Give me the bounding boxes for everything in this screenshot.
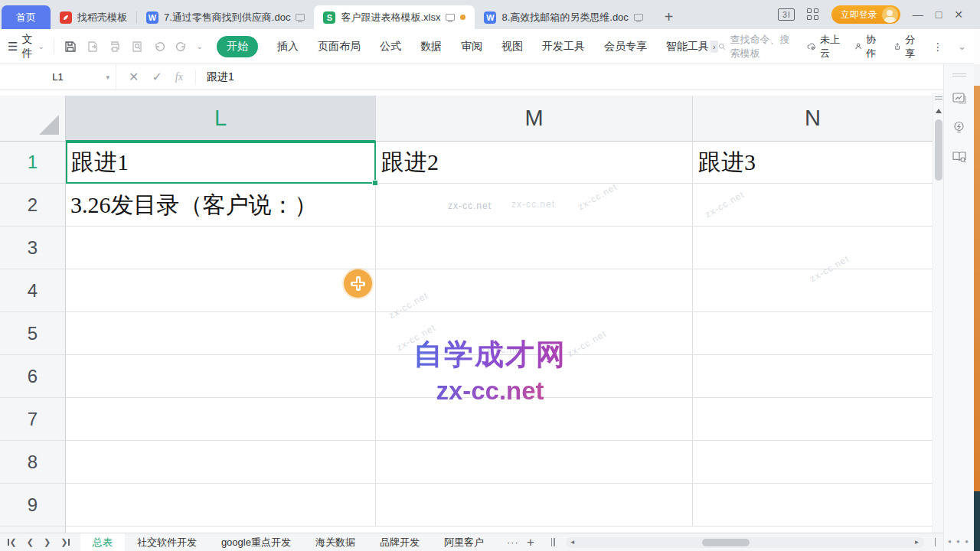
select-all-corner[interactable] — [0, 96, 66, 142]
window-count-icon[interactable]: 3 — [778, 8, 795, 21]
tab-home[interactable]: 开始 — [217, 36, 258, 57]
column-header-N[interactable]: N — [693, 96, 933, 142]
horizontal-scrollbar[interactable]: ◄ ► — [566, 537, 924, 548]
cell-N2[interactable] — [693, 184, 933, 227]
horizontal-scroll-thumb[interactable] — [702, 539, 750, 546]
cell-L7[interactable] — [66, 398, 376, 441]
prev-sheet-icon[interactable]: ❮ — [27, 537, 34, 547]
tab-data[interactable]: 数据 — [420, 40, 442, 54]
cell-N1[interactable]: 跟进3 — [693, 142, 933, 184]
cell-N5[interactable] — [693, 312, 933, 355]
cell-M6[interactable] — [376, 355, 693, 398]
next-sheet-icon[interactable]: ❯ — [44, 537, 51, 547]
sidebar-handle[interactable] — [952, 73, 966, 77]
scroll-right-icon[interactable]: ► — [910, 539, 924, 546]
sheet-tab-google[interactable]: google重点开发 — [209, 533, 303, 551]
undo-icon[interactable] — [152, 40, 166, 54]
cell-M7[interactable] — [376, 398, 693, 441]
row-header-10-partial[interactable] — [0, 527, 66, 533]
split-handle[interactable] — [935, 96, 942, 99]
vertical-scrollbar[interactable] — [933, 93, 943, 533]
cell-N3[interactable] — [693, 227, 933, 269]
sheet-tab-social[interactable]: 社交软件开发 — [125, 533, 209, 551]
tab-page-layout[interactable]: 页面布局 — [318, 40, 361, 54]
close-button[interactable]: ✕ — [954, 8, 963, 21]
row-header-7[interactable]: 7 — [0, 398, 66, 441]
reader-search-icon[interactable] — [952, 148, 967, 164]
cell-M2[interactable] — [376, 184, 693, 227]
cell-N7[interactable] — [693, 398, 933, 441]
cell-L5[interactable] — [66, 312, 376, 355]
toolbar-more-icon[interactable]: ⌄ — [197, 42, 203, 51]
cell-M9[interactable] — [376, 484, 693, 527]
minimize-button[interactable]: — — [913, 8, 923, 21]
insert-function-icon[interactable]: fx — [175, 71, 183, 83]
row-header-9[interactable]: 9 — [0, 484, 66, 527]
tab-docer-templates[interactable]: 找稻壳模板 — [51, 5, 136, 29]
cell-L8[interactable] — [66, 441, 376, 484]
row-header-8[interactable]: 8 — [0, 441, 66, 484]
cell-M3[interactable] — [376, 227, 693, 269]
redo-icon[interactable] — [175, 40, 188, 54]
confirm-icon[interactable]: ✓ — [152, 70, 162, 84]
tab-doc-8[interactable]: W 8.高效找邮箱的另类思维.doc — [475, 5, 652, 29]
tab-formulas[interactable]: 公式 — [380, 40, 401, 54]
tab-active-spreadsheet[interactable]: S 客户跟进表格模板.xlsx — [314, 5, 475, 29]
cell-L9[interactable] — [66, 484, 376, 527]
cell-L4[interactable] — [66, 269, 376, 312]
name-box[interactable]: L1 ▾ — [0, 64, 116, 90]
tab-split-handle[interactable] — [551, 538, 555, 546]
row-header-6[interactable]: 6 — [0, 355, 66, 398]
tab-developer[interactable]: 开发工具 — [542, 40, 585, 54]
cell-L6[interactable] — [66, 355, 376, 398]
cell-N4[interactable] — [693, 269, 933, 312]
sheet-tab-brand[interactable]: 品牌开发 — [368, 533, 432, 551]
tab-doc-7[interactable]: W 7.通过零售商找到供应商.doc — [137, 5, 314, 29]
row-header-3[interactable]: 3 — [0, 227, 66, 269]
tab-view[interactable]: 视图 — [501, 40, 523, 54]
cell-M1[interactable]: 跟进2 — [376, 142, 693, 184]
share-button[interactable]: 分享 — [893, 33, 919, 60]
command-search[interactable]: 查找命令、搜索模板 — [718, 33, 793, 60]
more-options-icon[interactable]: ⋮ — [933, 41, 944, 53]
cell-L3[interactable] — [66, 227, 376, 269]
sheet-tab-customs[interactable]: 海关数据 — [303, 533, 368, 551]
cell-N9[interactable] — [693, 484, 933, 527]
cell-N6[interactable] — [693, 355, 933, 398]
cell-M8[interactable] — [376, 441, 693, 484]
last-sheet-icon[interactable]: ❯ — [60, 537, 70, 547]
home-tab[interactable]: 首页 — [2, 5, 51, 29]
fill-handle[interactable] — [372, 180, 378, 186]
cell-N8[interactable] — [693, 441, 933, 484]
row-header-5[interactable]: 5 — [0, 312, 66, 355]
cancel-icon[interactable]: ✕ — [129, 70, 139, 84]
apps-grid-icon[interactable] — [807, 8, 819, 21]
vertical-scroll-thumb[interactable] — [935, 119, 942, 181]
export-icon[interactable] — [86, 40, 100, 54]
sheet-tab-ali[interactable]: 阿里客户 — [432, 533, 496, 551]
collaborate-button[interactable]: 协作 — [854, 33, 880, 60]
maximize-button[interactable]: □ — [936, 8, 942, 21]
save-icon[interactable] — [64, 40, 77, 54]
sheet-tab-main[interactable]: 总表 — [80, 533, 125, 551]
file-menu[interactable]: ☰ 文件 ⌄ — [8, 33, 44, 60]
column-header-M[interactable]: M — [376, 96, 693, 142]
tab-review[interactable]: 审阅 — [461, 40, 482, 54]
flash-helper-icon[interactable] — [952, 119, 967, 135]
tab-split-handle[interactable] — [935, 538, 936, 546]
scroll-up-icon[interactable] — [936, 109, 942, 113]
media-chart-icon[interactable] — [952, 90, 967, 106]
add-sheet-button[interactable]: + — [527, 535, 534, 550]
first-sheet-icon[interactable]: ❮ — [8, 537, 17, 547]
collapse-ribbon-icon[interactable]: ⌄ — [958, 41, 966, 52]
row-header-2[interactable]: 2 — [0, 184, 66, 227]
print-preview-icon[interactable] — [130, 40, 144, 54]
login-button[interactable]: 立即登录 — [831, 5, 900, 24]
sidebar-more-dots[interactable]: ● ● ● — [944, 538, 974, 545]
tab-smart-tools[interactable]: 智能工具 › — [666, 40, 718, 54]
tab-insert[interactable]: 插入 — [277, 40, 299, 54]
cell-M4[interactable] — [376, 269, 693, 312]
tab-membership[interactable]: 会员专享 — [604, 40, 647, 54]
cell-M5[interactable] — [376, 312, 693, 355]
print-icon[interactable] — [108, 40, 122, 54]
